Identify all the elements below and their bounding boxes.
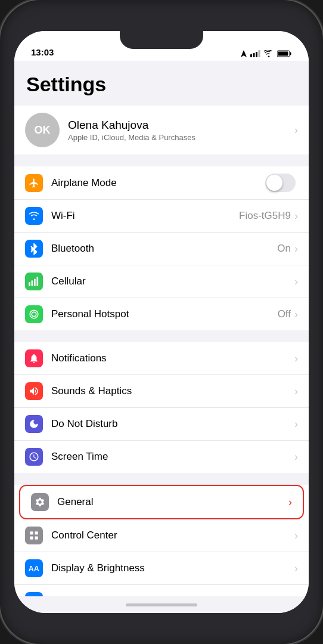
homescreen-chevron: › (294, 595, 298, 597)
home-bar (14, 596, 309, 613)
phone-screen: 13:03 (14, 31, 309, 613)
cellular-icon (25, 273, 43, 290)
svg-rect-17 (35, 537, 38, 540)
homescreen-label: Home Screen (51, 595, 294, 596)
controlcenter-chevron: › (294, 530, 298, 542)
general-icon (31, 493, 49, 511)
hotspot-row[interactable]: Personal Hotspot Off › (14, 298, 309, 330)
cellular-row[interactable]: Cellular › (14, 265, 309, 298)
hotspot-value: Off (278, 308, 291, 320)
signal-icon (250, 50, 260, 57)
settings-content: Settings OK Olena Kahujova Apple ID, iCl… (14, 61, 309, 596)
donotdisturb-icon (25, 415, 43, 433)
screentime-icon (25, 448, 43, 466)
wifi-icon (25, 207, 43, 225)
homescreen-row[interactable]: Home Screen › (14, 585, 309, 596)
notifications-group: Notifications › Sounds & Haptics › (14, 342, 309, 473)
svg-rect-10 (29, 282, 30, 286)
svg-rect-3 (259, 50, 260, 57)
status-bar: 13:03 (14, 31, 309, 61)
svg-rect-2 (256, 52, 257, 57)
airplane-mode-row[interactable]: Airplane Mode (14, 166, 309, 200)
controlcenter-icon (25, 527, 43, 544)
screentime-chevron: › (294, 451, 298, 463)
status-icons (241, 50, 292, 57)
bluetooth-value: On (277, 243, 291, 255)
hotspot-icon (25, 305, 43, 323)
controlcenter-label: Control Center (51, 530, 294, 541)
profile-name: Olena Kahujova (68, 119, 294, 132)
notifications-chevron: › (294, 352, 298, 365)
controlcenter-row[interactable]: Control Center › (14, 519, 309, 552)
bluetooth-label: Bluetooth (51, 243, 277, 255)
hotspot-label: Personal Hotspot (51, 308, 278, 320)
svg-rect-14 (30, 531, 33, 534)
airplane-mode-label: Airplane Mode (51, 177, 265, 189)
status-time: 13:03 (31, 47, 54, 57)
battery-icon (277, 50, 292, 57)
airplane-mode-toggle[interactable] (265, 174, 296, 192)
wifi-chevron: › (294, 210, 298, 222)
profile-row[interactable]: OK Olena Kahujova Apple ID, iCloud, Medi… (14, 106, 309, 154)
notifications-label: Notifications (51, 352, 294, 364)
svg-rect-1 (253, 53, 255, 57)
cellular-label: Cellular (51, 275, 294, 287)
svg-text:AA: AA (29, 565, 39, 572)
donotdisturb-row[interactable]: Do Not Disturb › (14, 408, 309, 441)
notifications-row[interactable]: Notifications › (14, 342, 309, 375)
profile-chevron: › (294, 124, 298, 137)
sounds-row[interactable]: Sounds & Haptics › (14, 375, 309, 408)
toggle-knob (266, 175, 282, 191)
general-group: General › Control Center (14, 485, 309, 596)
wifi-row[interactable]: Wi-Fi Fios-tG5H9 › (14, 200, 309, 233)
svg-rect-15 (35, 531, 38, 534)
bluetooth-icon (25, 240, 43, 258)
sounds-icon (25, 382, 43, 400)
donotdisturb-chevron: › (294, 418, 298, 431)
avatar: OK (25, 113, 60, 147)
home-indicator (126, 603, 197, 606)
page-title: Settings (14, 61, 309, 106)
sounds-label: Sounds & Haptics (51, 385, 294, 397)
cellular-chevron: › (294, 275, 298, 288)
general-label: General (57, 496, 288, 508)
general-highlighted-wrapper: General › (14, 485, 309, 519)
notifications-icon (25, 349, 43, 367)
homescreen-icon (25, 592, 43, 596)
airplane-mode-icon (25, 174, 43, 192)
notch (120, 31, 203, 49)
svg-rect-16 (30, 537, 33, 540)
screentime-label: Screen Time (51, 451, 294, 463)
displaybrightness-icon: AA (25, 559, 43, 577)
profile-subtitle: Apple ID, iCloud, Media & Purchases (68, 133, 294, 142)
displaybrightness-chevron: › (294, 562, 298, 575)
donotdisturb-label: Do Not Disturb (51, 418, 294, 430)
screentime-row[interactable]: Screen Time › (14, 441, 309, 473)
hotspot-chevron: › (294, 308, 298, 321)
location-icon (241, 50, 247, 57)
displaybrightness-row[interactable]: AA Display & Brightness › (14, 552, 309, 585)
bluetooth-row[interactable]: Bluetooth On › (14, 233, 309, 265)
connectivity-group: Airplane Mode Wi-Fi Fios-tG5H9 › (14, 166, 309, 330)
profile-info: Olena Kahujova Apple ID, iCloud, Media &… (68, 119, 294, 142)
svg-rect-12 (34, 279, 36, 286)
profile-section: OK Olena Kahujova Apple ID, iCloud, Medi… (14, 106, 309, 154)
svg-rect-5 (290, 52, 291, 55)
displaybrightness-label: Display & Brightness (51, 562, 294, 574)
svg-rect-13 (36, 277, 38, 286)
svg-rect-6 (278, 52, 288, 56)
general-chevron: › (288, 496, 292, 509)
svg-rect-11 (32, 280, 33, 286)
wifi-value: Fios-tG5H9 (239, 210, 291, 222)
wifi-label: Wi-Fi (51, 210, 239, 222)
bluetooth-chevron: › (294, 243, 298, 255)
svg-rect-0 (250, 54, 252, 57)
general-row[interactable]: General › (19, 485, 304, 519)
wifi-status-icon (264, 50, 274, 57)
phone-frame: 13:03 (0, 0, 323, 644)
sounds-chevron: › (294, 385, 298, 398)
